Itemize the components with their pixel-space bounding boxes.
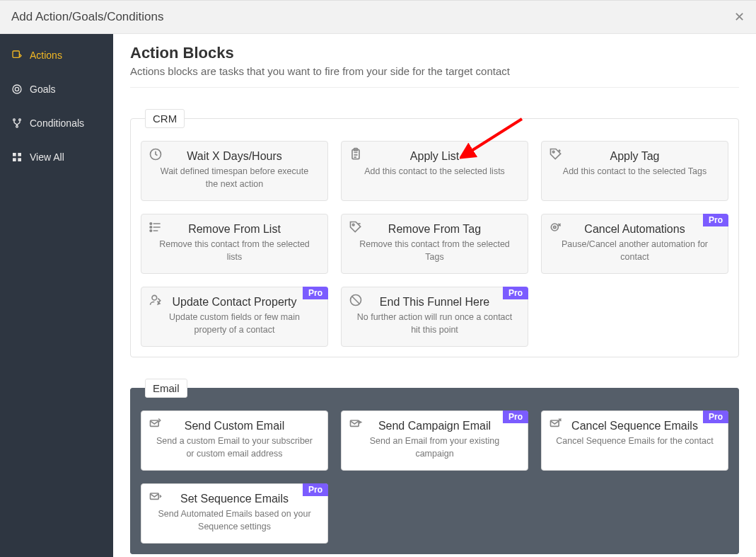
card-desc: Remove this contact from the selected Ta… — [351, 239, 518, 263]
svg-point-3 — [13, 119, 16, 121]
svg-point-16 — [150, 230, 152, 232]
svg-rect-0 — [13, 51, 19, 57]
card-title: Wait X Days/Hours — [151, 150, 318, 163]
card-desc: Remove this contact from the selected li… — [151, 239, 318, 263]
card-end-funnel[interactable]: Pro End This Funnel Here No further acti… — [341, 287, 528, 347]
card-update-contact[interactable]: Pro Update Contact Property Update custo… — [141, 287, 328, 347]
envelope-cancel-icon — [549, 417, 563, 431]
svg-point-14 — [150, 223, 152, 225]
card-title: Cancel Sequence Emails — [552, 420, 718, 432]
close-icon[interactable]: ✕ — [734, 9, 745, 25]
svg-rect-7 — [18, 153, 21, 156]
card-cancel-automations[interactable]: Pro Cancel Automations Pause/Cancel anot… — [541, 214, 728, 274]
card-title: Apply Tag — [552, 150, 718, 163]
card-wait-days[interactable]: Wait X Days/Hours Wait defined timespan … — [141, 141, 328, 201]
modal-header: Add Action/Goals/Conditions ✕ — [0, 1, 756, 34]
card-desc: Add this contact to the selected lists — [351, 166, 518, 178]
card-title: Remove From Tag — [351, 223, 518, 236]
card-remove-list[interactable]: Remove From List Remove this contact fro… — [141, 214, 328, 274]
pro-badge: Pro — [703, 214, 728, 226]
card-title: Send Campaign Email — [351, 420, 518, 432]
stop-icon — [349, 293, 363, 307]
card-desc: Send an Email from your existing campaig… — [351, 435, 518, 460]
user-edit-icon — [149, 293, 163, 307]
svg-point-19 — [554, 226, 556, 228]
sidebar-item-label: View All — [30, 151, 64, 163]
list-remove-icon — [149, 220, 163, 234]
svg-point-20 — [152, 295, 157, 300]
envelope-sequence-icon — [149, 490, 163, 504]
card-desc: Cancel Sequence Emails for the contact — [552, 435, 718, 448]
card-send-campaign-email[interactable]: Pro Send Campaign Email Send an Email fr… — [341, 410, 528, 471]
crm-cards: Wait X Days/Hours Wait defined timespan … — [141, 141, 728, 347]
pro-badge: Pro — [303, 287, 328, 299]
sidebar-item-conditionals[interactable]: Conditionals — [0, 106, 113, 140]
tag-remove-icon — [349, 220, 363, 234]
card-title: Set Sequence Emails — [151, 493, 318, 505]
card-desc: Pause/Cancel another automation for cont… — [552, 239, 718, 263]
clock-icon — [149, 147, 163, 161]
target-icon — [11, 84, 23, 95]
svg-point-1 — [13, 85, 21, 93]
svg-point-15 — [150, 226, 152, 229]
grid-icon — [11, 151, 23, 163]
sidebar: Actions Goals Conditionals View All — [0, 34, 113, 557]
card-send-custom-email[interactable]: Send Custom Email Send a custom Email to… — [141, 410, 328, 471]
card-desc: Add this contact to the selected Tags — [552, 166, 718, 178]
tag-add-icon — [549, 147, 563, 161]
page-description: Actions blocks are tasks that you want t… — [130, 65, 739, 88]
gear-cancel-icon — [549, 220, 563, 234]
section-crm: CRM Wait X Days/Hours Wait defined times… — [130, 109, 739, 357]
pro-badge: Pro — [503, 410, 528, 423]
card-desc: Update custom fields or few main propert… — [151, 311, 318, 336]
action-icon — [11, 50, 23, 61]
sidebar-item-actions[interactable]: Actions — [0, 38, 113, 72]
card-title: Cancel Automations — [552, 223, 718, 236]
card-title: Send Custom Email — [151, 420, 318, 432]
card-apply-tag[interactable]: Apply Tag Add this contact to the select… — [541, 141, 728, 201]
card-apply-list[interactable]: Apply List Add this contact to the selec… — [341, 141, 528, 201]
card-set-sequence-emails[interactable]: Pro Set Sequence Emails Send Automated E… — [141, 483, 328, 544]
modal-body: Actions Goals Conditionals View All — [0, 34, 756, 557]
pro-badge: Pro — [503, 287, 528, 299]
section-crm-label: CRM — [145, 109, 185, 128]
email-cards: Send Custom Email Send a custom Email to… — [141, 410, 728, 544]
svg-point-18 — [551, 224, 558, 231]
card-title: Remove From List — [151, 223, 318, 236]
modal-title: Add Action/Goals/Conditions — [11, 10, 163, 24]
svg-rect-8 — [13, 158, 16, 161]
svg-point-13 — [552, 151, 554, 153]
card-desc: Wait defined timespan before execute the… — [151, 166, 318, 190]
sidebar-item-goals[interactable]: Goals — [0, 72, 113, 106]
svg-point-5 — [16, 125, 18, 127]
card-remove-tag[interactable]: Remove From Tag Remove this contact from… — [341, 214, 528, 274]
page-title: Action Blocks — [130, 44, 739, 62]
card-desc: No further action will run once a contac… — [351, 311, 518, 336]
svg-rect-9 — [18, 158, 21, 161]
card-title: Update Contact Property — [151, 296, 318, 309]
clipboard-icon — [349, 147, 363, 161]
card-title: End This Funnel Here — [351, 296, 518, 309]
envelope-edit-icon — [149, 417, 163, 431]
card-cancel-sequence-emails[interactable]: Pro Cancel Sequence Emails Cancel Sequen… — [541, 410, 728, 471]
pro-badge: Pro — [703, 410, 728, 423]
branch-icon — [11, 117, 23, 129]
svg-point-17 — [352, 224, 354, 226]
svg-rect-6 — [13, 153, 16, 156]
pro-badge: Pro — [303, 483, 328, 496]
content-area: Action Blocks Actions blocks are tasks t… — [113, 34, 756, 557]
svg-point-2 — [15, 87, 18, 91]
card-title: Apply List — [351, 150, 518, 163]
svg-point-4 — [19, 119, 21, 121]
sidebar-item-view-all[interactable]: View All — [0, 140, 113, 174]
card-desc: Send Automated Emails based on your Sequ… — [151, 508, 318, 533]
envelope-send-icon — [349, 417, 363, 431]
section-email-label: Email — [145, 379, 187, 398]
modal: Add Action/Goals/Conditions ✕ Actions Go… — [0, 0, 756, 557]
sidebar-item-label: Goals — [30, 84, 56, 95]
section-email: Email Send Custom Email Send a custom Em… — [130, 379, 739, 554]
sidebar-item-label: Actions — [30, 50, 62, 61]
sidebar-item-label: Conditionals — [30, 117, 84, 129]
card-desc: Send a custom Email to your subscriber o… — [151, 435, 318, 460]
